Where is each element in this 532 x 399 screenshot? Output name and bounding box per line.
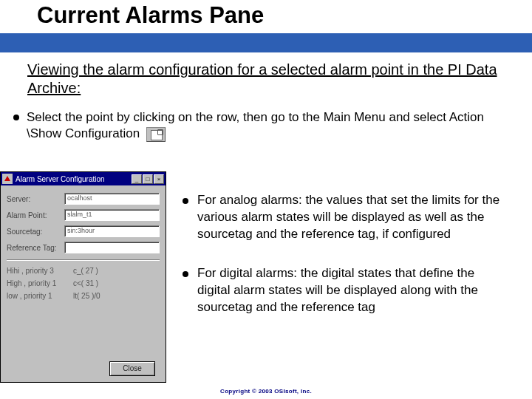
slide-subtitle: Viewing the alarm configuration for a se… (27, 61, 517, 98)
copyright-text: Copyright © 2003 OSIsoft, Inc. (0, 388, 532, 395)
server-row: Server: ocalhost (7, 193, 160, 205)
limit-value: c_( 27 ) (73, 267, 160, 275)
reference-tag-field[interactable] (64, 242, 160, 253)
sourcetag-label: Sourcetag: (7, 228, 64, 236)
show-configuration-icon (146, 127, 166, 142)
bullet-icon (183, 198, 188, 204)
sourcetag-row: Sourcetag: sin:3hour (7, 225, 160, 237)
dialog-title: Alarm Server Configuration (16, 175, 132, 183)
alarm-point-label: Alarm Point: (7, 211, 64, 219)
dialog-titlebar: Alarm Server Configuration _ □ × (1, 172, 166, 185)
main-bullet-label: Select the point by clicking on the row,… (27, 110, 484, 140)
limit-value: lt( 25 )/0 (73, 292, 160, 300)
right-bullet-text-0: For analog alarms: the values that set t… (197, 192, 510, 243)
bullet-icon (183, 271, 188, 277)
close-window-button[interactable]: × (154, 174, 164, 184)
main-bullet-text: Select the point by clicking on the row,… (27, 109, 517, 142)
limit-value: c<( 31 ) (73, 279, 160, 287)
subtitle-text: Viewing the alarm configuration for a se… (27, 61, 497, 96)
close-button[interactable]: Close (109, 361, 155, 376)
limit-row-1: High , priority 1 c<( 31 ) (7, 279, 160, 287)
dialog-footer: Close (109, 361, 155, 376)
limit-label: low , priority 1 (7, 292, 73, 300)
bullet-icon (13, 115, 19, 120)
maximize-button[interactable]: □ (143, 174, 153, 184)
dialog-app-icon (2, 174, 13, 184)
alarm-point-field[interactable]: slalm_t1 (64, 209, 160, 221)
reference-tag-row: Reference Tag: (7, 242, 160, 253)
limit-label: High , priority 1 (7, 279, 73, 287)
right-bullet-list: For analog alarms: the values that set t… (183, 192, 510, 316)
minimize-button[interactable]: _ (132, 174, 142, 184)
limit-row-2: low , priority 1 lt( 25 )/0 (7, 292, 160, 300)
limit-row-0: Hihi , priority 3 c_( 27 ) (7, 267, 160, 275)
dialog-separator (7, 259, 160, 261)
server-label: Server: (7, 195, 64, 203)
right-bullet-text-1: For digital alarms: the digital states t… (197, 265, 510, 316)
header-band (0, 33, 532, 52)
alarm-server-configuration-dialog: Alarm Server Configuration _ □ × Server:… (0, 171, 166, 383)
main-bullet: Select the point by clicking on the row,… (13, 109, 517, 142)
list-item: For analog alarms: the values that set t… (183, 192, 510, 243)
sourcetag-field[interactable]: sin:3hour (64, 225, 160, 237)
reference-tag-label: Reference Tag: (7, 244, 64, 252)
alarm-point-row: Alarm Point: slalm_t1 (7, 209, 160, 221)
slide-title: Current Alarms Pane (37, 2, 264, 29)
limit-label: Hihi , priority 3 (7, 267, 73, 275)
server-field[interactable]: ocalhost (64, 193, 160, 205)
list-item: For digital alarms: the digital states t… (183, 265, 510, 316)
dialog-body: Server: ocalhost Alarm Point: slalm_t1 S… (1, 185, 166, 309)
titlebar-buttons: _ □ × (132, 174, 164, 184)
